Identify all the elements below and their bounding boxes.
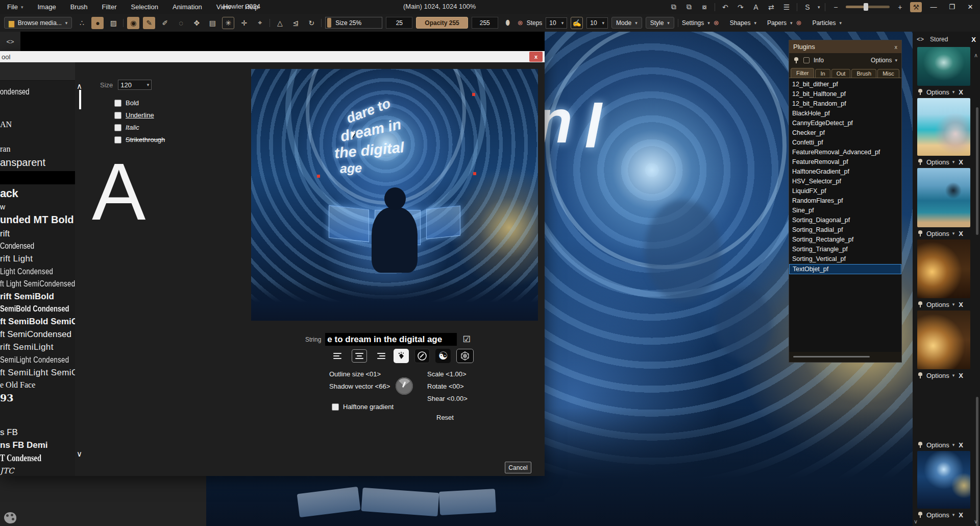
plugin-list-item[interactable]: RandomFlares_pf	[789, 196, 901, 206]
rotate-canvas-icon[interactable]: ↻	[305, 17, 317, 29]
stored-thumbnail[interactable]	[917, 98, 970, 156]
zoom-slider[interactable]	[846, 6, 890, 8]
collapse-icon[interactable]: <>	[917, 36, 924, 43]
plugin-list-item[interactable]: Checker_pf	[789, 128, 901, 138]
font-list-item[interactable]: 93	[0, 391, 75, 405]
font-list-item[interactable]: rift SemiBold	[0, 290, 75, 303]
plugins-close-button[interactable]: x	[895, 44, 898, 50]
pin-icon[interactable]	[917, 230, 923, 236]
droplet-icon[interactable]: ⬮	[502, 17, 514, 29]
cancel-button[interactable]: Cancel	[505, 462, 531, 473]
plugins-hscrollbar[interactable]	[793, 356, 870, 357]
dialog-close-button[interactable]: x	[529, 52, 543, 62]
plugin-list-item[interactable]: TextObjet_pf	[789, 264, 901, 274]
thumbnail-close-button[interactable]: X	[959, 158, 963, 166]
italic-checkbox-row[interactable]: Italic	[114, 124, 165, 131]
steps2-dropdown[interactable]: 10▾	[586, 17, 608, 29]
menu-item[interactable]: Selection ▾	[124, 0, 165, 14]
plugin-list-item[interactable]: CannyEdgeDetect_pf	[789, 118, 901, 128]
cube-3d-button[interactable]	[456, 349, 474, 363]
font-list-item[interactable]: SemiBold Condensed	[0, 303, 62, 315]
dots-tool-icon[interactable]: ∴	[76, 17, 88, 29]
thumbnail-options-dropdown[interactable]: Options	[926, 301, 949, 308]
spray-icon[interactable]: ▨	[107, 17, 119, 29]
lasso-icon[interactable]: ◌	[175, 17, 187, 29]
close-button[interactable]: ✕	[964, 3, 977, 11]
rotate-control[interactable]: Rotate <00>	[427, 382, 464, 390]
menu-item[interactable]: Filter ▾	[95, 0, 124, 14]
font-list-item[interactable]: ack	[0, 185, 75, 202]
style-dropdown[interactable]: Style▾	[646, 17, 674, 29]
opacity-value-field[interactable]: 255	[472, 17, 498, 29]
plugins-tab[interactable]: Brush	[851, 69, 876, 78]
plugin-list-item[interactable]: Sorting_Rectangle_pf	[789, 235, 901, 245]
minimize-button[interactable]: —	[927, 3, 940, 11]
string-input[interactable]	[325, 333, 457, 346]
strikethrough-checkbox-row[interactable]: Strikethrough	[114, 136, 165, 144]
font-list-item[interactable]: rift Light	[0, 252, 75, 265]
steps-dropdown[interactable]: 10▾	[546, 17, 567, 29]
stored-scrollbar-thumb[interactable]	[976, 397, 978, 526]
font-list-item[interactable]: unded MT Bold	[0, 212, 75, 227]
font-list-item[interactable]: JTC	[0, 465, 75, 476]
thumbnail-close-button[interactable]: X	[959, 301, 963, 308]
plugin-list-item[interactable]: BlackHole_pf	[789, 109, 901, 118]
scroll-down-icon[interactable]: ∨	[77, 449, 82, 459]
copy-icon[interactable]: ⧉	[669, 3, 679, 11]
crosshair-icon[interactable]: ✛	[238, 17, 250, 29]
scroll-down-icon[interactable]: ∨	[974, 518, 978, 525]
plugin-list-item[interactable]: Sorting_Radial_pf	[789, 225, 901, 235]
bold-checkbox-row[interactable]: Bold	[114, 99, 165, 107]
particles-dropdown[interactable]: Particles	[812, 19, 836, 27]
font-list-item[interactable]: rift SemiLight	[0, 341, 75, 353]
papers-dropdown[interactable]: Papers	[767, 19, 787, 27]
plugins-tab[interactable]: Misc	[877, 69, 899, 78]
chevron-down-icon[interactable]: ▾	[818, 5, 820, 10]
mirror-horizontal-icon[interactable]: ⊴	[289, 17, 302, 29]
panel-collapse-chip[interactable]: <>	[0, 32, 20, 51]
thumbnail-options-dropdown[interactable]: Options	[926, 158, 949, 166]
selection-handle[interactable]	[317, 175, 320, 178]
mode-dropdown[interactable]: Mode▾	[611, 17, 642, 29]
pin-icon[interactable]	[917, 159, 923, 165]
font-list-item[interactable]: T Condensed	[0, 451, 60, 465]
pencil-icon[interactable]: ✎	[143, 17, 155, 29]
opacity-button[interactable]: Opacity 255	[416, 17, 468, 29]
plugin-list-item[interactable]: 12_bit_dither_pf	[789, 80, 901, 89]
undo-icon[interactable]: ↶	[720, 3, 730, 11]
thumbnail-options-dropdown[interactable]: Options	[926, 511, 949, 519]
scroll-down-icon[interactable]: ∨	[914, 518, 918, 525]
brush-steps-icon[interactable]: ✍	[571, 17, 583, 29]
font-list-item[interactable]: ft SemiBold SemiConde	[0, 315, 75, 328]
star-brush-icon[interactable]: ✳	[222, 17, 234, 29]
thumbnail-options-dropdown[interactable]: Options	[926, 230, 949, 237]
plugin-list-item[interactable]: FeatureRemoval_Advanced_pf	[789, 148, 901, 157]
browse-media-dropdown[interactable]: ▆ Browse media... ▾	[4, 17, 72, 29]
thumbnail-options-dropdown[interactable]: Options	[926, 372, 949, 379]
list-icon[interactable]: ☰	[781, 3, 792, 11]
thumbnail-close-button[interactable]: X	[959, 511, 963, 519]
plugin-list-item[interactable]: Confetti_pf	[789, 138, 901, 148]
plugin-list-item[interactable]: HSV_Selector_pf	[789, 177, 901, 186]
font-list-item[interactable]: ansparent	[0, 155, 75, 170]
selection-handle[interactable]	[473, 172, 476, 175]
font-list-item[interactable]	[0, 171, 75, 184]
underline-checkbox-row[interactable]: Underline	[114, 111, 165, 119]
thumbnail-close-button[interactable]: X	[959, 372, 963, 379]
font-list-item[interactable]: ft SemiCondensed	[0, 328, 75, 341]
strikethrough-checkbox[interactable]	[114, 136, 121, 144]
image-preview[interactable]: dare to dream in the digital age	[251, 69, 538, 321]
shadow-vector-control[interactable]: Shadow vector <66>	[329, 382, 390, 390]
stored-close-button[interactable]: X	[971, 36, 976, 43]
paper-icon[interactable]: ▤	[206, 17, 218, 29]
font-list-item[interactable]: ft SemiLight SemiCond	[0, 366, 75, 379]
plugins-title-bar[interactable]: Plugins x	[789, 40, 901, 53]
font-list-item[interactable]: s FB	[0, 426, 75, 439]
align-center-button[interactable]	[352, 349, 367, 363]
pin-icon[interactable]	[917, 442, 923, 448]
selection-handle[interactable]	[472, 93, 475, 96]
font-size-dropdown[interactable]: 120 ▾	[118, 80, 152, 90]
scale-control[interactable]: Scale <1.00>	[427, 370, 467, 378]
yin-yang-button[interactable]: ☯	[435, 349, 451, 363]
font-list-item[interactable]: e Old Face	[0, 379, 75, 391]
